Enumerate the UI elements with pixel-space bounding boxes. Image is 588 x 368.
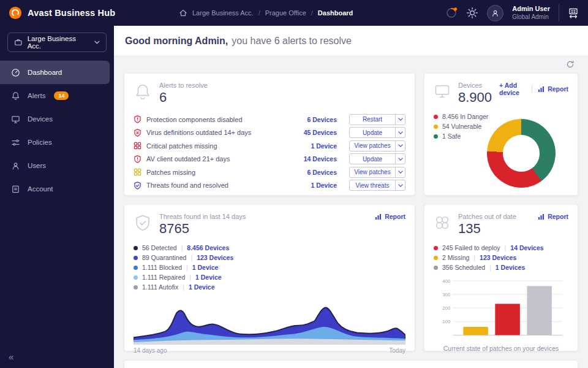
axis-label-start: 14 days ago: [134, 347, 167, 354]
legend-dot: [434, 246, 438, 250]
breadcrumb-separator: /: [258, 9, 260, 17]
alert-row: Patches missing 6 Devices View patches: [134, 166, 405, 179]
account-card-icon: [11, 185, 20, 194]
alert-devices-link[interactable]: 1 Device: [311, 142, 337, 150]
legend-text: 8.456 In Danger: [442, 113, 488, 120]
brand: Avast Business Hub: [0, 6, 179, 20]
sidebar-item-dashboard[interactable]: Dashboard: [0, 61, 110, 84]
legend-devices-link[interactable]: 14 Devices: [505, 244, 544, 251]
devices-report-link[interactable]: Report: [538, 85, 568, 93]
legend-devices-link[interactable]: 1 Device: [186, 264, 218, 271]
subscriptions-card: Active subscriptions 3 Use activation co…: [124, 360, 578, 368]
sidebar-item-policies[interactable]: Policies: [0, 131, 114, 154]
legend-devices-link[interactable]: 123 Devices: [473, 254, 516, 261]
devices-count: 8.900: [458, 90, 492, 105]
chevron-down-icon: [395, 154, 405, 164]
greeting-rest: you have 6 alerts to resolve: [232, 36, 352, 47]
card-title: Devices: [458, 82, 492, 89]
legend-dot: [434, 134, 438, 139]
alert-action-dropdown[interactable]: View patches: [349, 167, 405, 178]
sidebar-item-alerts[interactable]: Alerts 14: [0, 84, 114, 107]
home-icon[interactable]: [179, 9, 187, 17]
avast-logo-icon: [9, 6, 22, 20]
alert-label: AV client outdated 21+ days: [146, 155, 230, 163]
threats-report-link[interactable]: Report: [375, 213, 405, 220]
alert-devices-link[interactable]: 6 Devices: [307, 116, 337, 123]
patches-card: Patches out of date 135 Report 245 Faile…: [424, 204, 578, 351]
legend-dot: [434, 256, 438, 260]
legend-devices-link[interactable]: 8.456 Devices: [181, 244, 230, 251]
alert-devices-link[interactable]: 6 Devices: [307, 169, 337, 176]
legend-devices-link[interactable]: 1 Device: [189, 274, 221, 281]
alert-action-dropdown[interactable]: Restart: [349, 114, 405, 125]
sidebar-item-label: Devices: [28, 115, 53, 123]
setup-progress-icon[interactable]: [445, 7, 458, 19]
user-icon: [491, 9, 500, 18]
app-title: Avast Business Hub: [28, 8, 115, 18]
legend-item: 2 Missing 123 Devices: [434, 253, 568, 263]
cards-grid: Alerts to resolve 6 Protection component…: [114, 73, 588, 368]
main-content: Good morning Admin, you have 6 alerts to…: [114, 26, 588, 368]
bar-scheduled: [527, 286, 551, 335]
console-switch-icon: [567, 7, 579, 19]
breadcrumb-account[interactable]: Large Business Acc.: [192, 9, 254, 17]
user-role: Global Admin: [512, 13, 550, 21]
alerts-count-badge: 14: [54, 91, 69, 100]
dropdown-label: View patches: [350, 169, 395, 175]
patches-legend: 245 Failed to deploy 14 Devices 2 Missin…: [434, 243, 568, 272]
add-device-button[interactable]: + Add device: [499, 82, 525, 96]
shield-check-icon: [134, 214, 152, 232]
alert-label: Virus definitions outdated 14+ days: [146, 129, 251, 136]
svg-text:300: 300: [442, 292, 450, 297]
sidebar-item-devices[interactable]: Devices: [0, 107, 114, 131]
legend-item: 89 Quarantined 123 Devices: [134, 253, 405, 263]
alert-action-dropdown[interactable]: Update: [349, 127, 405, 138]
patches-report-link[interactable]: Report: [538, 213, 568, 220]
sidebar-item-label: Dashboard: [28, 69, 62, 76]
sidebar: Large Business Acc. Dashboard Alerts 14 …: [0, 26, 114, 368]
bell-icon: [11, 91, 20, 101]
avatar[interactable]: [487, 5, 503, 21]
sidebar-item-account[interactable]: Account: [0, 177, 114, 201]
legend-dot: [134, 256, 138, 260]
alert-row: Protection components disabled 6 Devices…: [134, 113, 405, 126]
refresh-icon[interactable]: [566, 60, 575, 69]
svg-text:100: 100: [442, 319, 450, 324]
legend-devices-link[interactable]: 1 Devices: [489, 264, 525, 271]
alert-devices-link[interactable]: 14 Devices: [304, 155, 337, 163]
dropdown-label: Update: [350, 129, 395, 136]
legend-devices-link[interactable]: 1 Device: [183, 283, 214, 291]
chevron-down-icon: [94, 40, 100, 44]
account-selector[interactable]: Large Business Acc.: [7, 33, 107, 52]
shield-check-icon: [134, 182, 141, 190]
chevron-down-icon: [395, 141, 405, 151]
legend-value: 89 Quarantined: [142, 254, 186, 261]
report-bars-icon: [375, 213, 382, 220]
legend-text: 1 Safe: [442, 132, 461, 140]
console-switch[interactable]: [559, 4, 579, 21]
alert-devices-link[interactable]: 1 Device: [311, 182, 337, 189]
greeting-band: Good morning Admin, you have 6 alerts to…: [114, 26, 588, 56]
report-bars-icon: [538, 86, 545, 93]
legend-item: 1.111 Autofix 1 Device: [134, 282, 405, 292]
patches-icon: [434, 214, 451, 231]
breadcrumb-office[interactable]: Prague Office: [265, 9, 306, 17]
gear-icon[interactable]: [466, 7, 478, 19]
sidebar-item-users[interactable]: Users: [0, 154, 114, 177]
legend-dot: [434, 125, 438, 129]
threats-count: 8765: [159, 221, 246, 237]
patches-grid-icon: [134, 142, 141, 150]
legend-dot: [134, 275, 138, 280]
alert-action-dropdown[interactable]: View threats: [349, 180, 405, 191]
alert-action-dropdown[interactable]: View patches: [349, 140, 405, 151]
legend-devices-link[interactable]: 123 Devices: [190, 254, 233, 261]
user-block[interactable]: Admin User Global Admin: [512, 5, 550, 21]
shield-alert-icon: [134, 115, 141, 123]
alert-action-dropdown[interactable]: Update: [349, 153, 405, 164]
alert-devices-link[interactable]: 45 Devices: [304, 129, 337, 136]
alert-label: Protection components disabled: [146, 116, 243, 123]
sidebar-collapse-button[interactable]: «: [9, 351, 13, 362]
dropdown-label: Restart: [350, 116, 395, 123]
legend-value: 1.111 Blocked: [142, 264, 182, 271]
legend-item: 1.111 Blocked 1 Device: [134, 263, 405, 272]
